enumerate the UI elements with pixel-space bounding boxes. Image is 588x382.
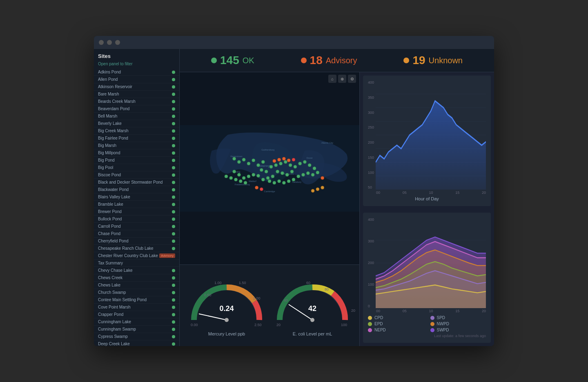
site-item[interactable]: Biscoe Pond bbox=[94, 171, 179, 179]
site-item[interactable]: Bramble Lake bbox=[94, 201, 179, 208]
site-item[interactable]: Chevy Chase Lake bbox=[94, 267, 179, 274]
site-status-dot bbox=[172, 188, 175, 191]
advisory-indicator bbox=[301, 58, 307, 63]
svg-text:Cambridge: Cambridge bbox=[264, 190, 275, 193]
sidebar-filter[interactable]: Open panel to filter bbox=[94, 61, 179, 69]
site-item-name: Chews Lake bbox=[98, 283, 172, 287]
site-badge: Advisory bbox=[159, 253, 175, 258]
site-item[interactable]: Bullock Pond bbox=[94, 215, 179, 223]
site-item[interactable]: Cunningham Lake bbox=[94, 318, 179, 326]
site-item-name: Big Pool bbox=[98, 165, 172, 170]
middle-section: ⌂ ⊕ ⚙ bbox=[180, 72, 494, 346]
map-settings-button[interactable]: ⚙ bbox=[348, 75, 356, 83]
site-item-name: Cove Point Marsh bbox=[98, 305, 172, 309]
svg-point-13 bbox=[237, 160, 241, 164]
site-item[interactable]: Bare Marsh bbox=[94, 91, 179, 98]
site-item[interactable]: Adkins Pond bbox=[94, 69, 179, 76]
site-item[interactable]: Chews Lake bbox=[94, 282, 179, 289]
site-item[interactable]: Carroll Pond bbox=[94, 223, 179, 230]
svg-point-27 bbox=[298, 162, 302, 165]
top-chart-area: 400 350 300 250 200 150 100 50 bbox=[368, 80, 486, 190]
site-status-dot bbox=[172, 218, 175, 221]
site-item-name: Big Pond bbox=[98, 158, 172, 162]
site-item[interactable]: Cove Point Marsh bbox=[94, 304, 179, 311]
svg-point-47 bbox=[311, 173, 314, 176]
site-item-name: Bramble Lake bbox=[98, 202, 172, 207]
window-min-dot[interactable] bbox=[107, 40, 112, 45]
sidebar: Sites Open panel to filter Adkins PondAl… bbox=[94, 49, 180, 346]
site-item[interactable]: Beards Creek Marsh bbox=[94, 98, 179, 105]
site-item[interactable]: Chase Pond bbox=[94, 230, 179, 238]
site-item-name: Beaverdam Pond bbox=[98, 107, 172, 111]
svg-point-73 bbox=[225, 318, 229, 322]
site-item-name: Crapper Pond bbox=[98, 312, 172, 317]
site-item[interactable]: Big Pond bbox=[94, 157, 179, 164]
cpd-indicator bbox=[368, 316, 372, 320]
site-item[interactable]: Bell Marsh bbox=[94, 113, 179, 120]
svg-line-72 bbox=[199, 314, 227, 320]
site-item[interactable]: Atkinson Reservoir bbox=[94, 83, 179, 91]
site-item[interactable]: Chester River Country Club LakeAdvisory bbox=[94, 252, 179, 260]
svg-text:20: 20 bbox=[351, 309, 355, 313]
site-status-dot bbox=[172, 173, 175, 177]
svg-point-50 bbox=[273, 181, 276, 184]
site-item[interactable]: Contee Main Settling Pond bbox=[94, 296, 179, 304]
site-status-dot bbox=[172, 269, 175, 272]
site-item[interactable]: Cypress Swamp bbox=[94, 333, 179, 340]
site-item[interactable]: Tax Summary bbox=[94, 260, 179, 267]
site-item[interactable]: Brewer Pond bbox=[94, 208, 179, 215]
site-item[interactable]: Black and Decker Stormwater Pond bbox=[94, 179, 179, 186]
site-item[interactable]: Church Swamp bbox=[94, 289, 179, 296]
map-home-button[interactable]: ⌂ bbox=[328, 75, 336, 83]
svg-point-61 bbox=[278, 158, 281, 161]
site-item[interactable]: Crapper Pond bbox=[94, 311, 179, 318]
svg-point-62 bbox=[282, 157, 285, 160]
site-item-name: Chase Pond bbox=[98, 231, 172, 236]
site-item[interactable]: Blackwater Pond bbox=[94, 186, 179, 193]
unknown-count: 19 bbox=[412, 54, 425, 67]
cpd-label: CPD bbox=[374, 315, 383, 320]
site-item[interactable]: Blairs Valley Lake bbox=[94, 193, 179, 201]
svg-point-68 bbox=[316, 188, 319, 191]
site-status-dot bbox=[172, 71, 175, 74]
bottom-chart-svg bbox=[376, 218, 486, 309]
site-item[interactable]: Chews Creek bbox=[94, 274, 179, 282]
svg-point-58 bbox=[239, 180, 242, 183]
svg-point-55 bbox=[229, 176, 233, 180]
site-item-name: Chesapeake Ranch Club Lake bbox=[98, 246, 172, 251]
svg-point-18 bbox=[261, 160, 265, 164]
site-item[interactable]: Beverly Lake bbox=[94, 120, 179, 127]
site-item[interactable]: Big Millpond bbox=[94, 149, 179, 157]
site-item-name: Contee Main Settling Pond bbox=[98, 298, 172, 302]
site-item-name: Cherryfield Pond bbox=[98, 239, 172, 243]
nepd-indicator bbox=[368, 328, 372, 332]
spd-label: SPD bbox=[437, 315, 445, 320]
svg-point-23 bbox=[279, 162, 283, 165]
top-chart-inner bbox=[376, 80, 486, 190]
site-item[interactable]: Cunningham Swamp bbox=[94, 326, 179, 333]
site-item[interactable]: Big Marsh bbox=[94, 142, 179, 149]
window-max-dot[interactable] bbox=[115, 40, 120, 45]
legend-nepd: NEPD bbox=[368, 328, 424, 332]
svg-point-19 bbox=[260, 169, 263, 172]
site-item[interactable]: Deep Creek Lake bbox=[94, 340, 179, 346]
legend-spd: SPD bbox=[430, 315, 486, 320]
svg-point-40 bbox=[247, 175, 250, 178]
site-item-name: Biscoe Pond bbox=[98, 173, 172, 177]
window-close-dot[interactable] bbox=[99, 40, 104, 45]
site-item[interactable]: Big Creek Marsh bbox=[94, 127, 179, 135]
site-item[interactable]: Beaverdam Pond bbox=[94, 105, 179, 113]
site-item-name: Big Fairlee Pond bbox=[98, 136, 172, 140]
site-item[interactable]: Chesapeake Ranch Club Lake bbox=[94, 245, 179, 252]
site-item[interactable]: Big Fairlee Pond bbox=[94, 135, 179, 142]
site-status-dot bbox=[172, 100, 175, 103]
map-container[interactable]: ⌂ ⊕ ⚙ bbox=[180, 72, 359, 264]
top-chart-svg bbox=[376, 80, 486, 190]
map-toolbar: ⌂ ⊕ ⚙ bbox=[328, 75, 356, 83]
site-item-name: Big Marsh bbox=[98, 143, 172, 148]
svg-point-45 bbox=[302, 173, 305, 176]
site-item[interactable]: Cherryfield Pond bbox=[94, 238, 179, 245]
map-zoom-button[interactable]: ⊕ bbox=[338, 75, 346, 83]
site-item[interactable]: Big Pool bbox=[94, 164, 179, 171]
site-item[interactable]: Allen Pond bbox=[94, 76, 179, 83]
